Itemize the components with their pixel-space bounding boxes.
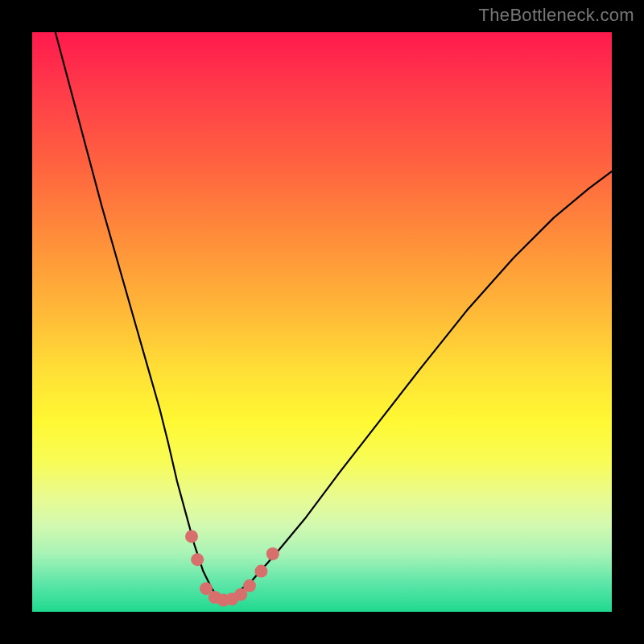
- marker-dot: [185, 530, 198, 543]
- marker-dot: [266, 547, 279, 560]
- curve-right-branch: [224, 171, 612, 601]
- marker-dot: [254, 565, 267, 578]
- chart-svg: [32, 32, 612, 612]
- plot-area: [32, 32, 612, 612]
- curve-left-branch: [56, 32, 224, 601]
- marker-group: [185, 530, 279, 606]
- marker-dot: [243, 580, 256, 592]
- marker-dot: [191, 553, 204, 566]
- watermark-text: TheBottleneck.com: [479, 5, 634, 26]
